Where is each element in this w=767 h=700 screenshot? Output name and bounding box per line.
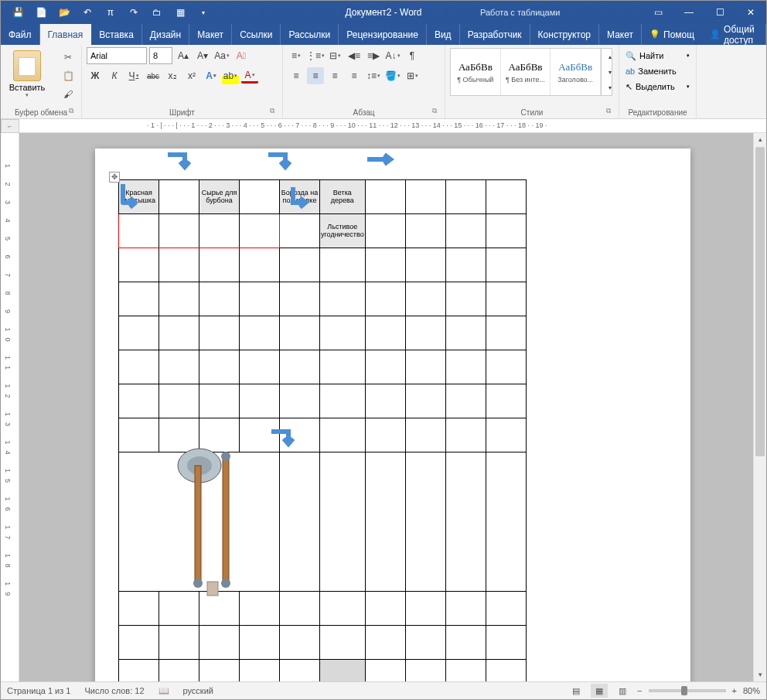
cell[interactable] bbox=[445, 660, 486, 682]
cell[interactable] bbox=[365, 452, 405, 592]
read-mode-button[interactable]: ▤ bbox=[568, 684, 585, 698]
cell[interactable] bbox=[445, 626, 486, 660]
cell[interactable] bbox=[486, 214, 526, 248]
copy-button[interactable]: 📋 bbox=[60, 68, 77, 84]
cell-hint[interactable]: Ветка дерева bbox=[320, 180, 366, 214]
zoom-level[interactable]: 80% bbox=[743, 686, 760, 695]
cell[interactable] bbox=[199, 248, 240, 282]
cell[interactable] bbox=[320, 350, 366, 384]
cell[interactable] bbox=[365, 214, 405, 248]
cell[interactable] bbox=[240, 660, 280, 682]
paste-button[interactable]: Вставить ▾ bbox=[5, 47, 49, 98]
tab-references[interactable]: Ссылки bbox=[232, 24, 281, 45]
tab-layout[interactable]: Макет bbox=[189, 24, 232, 45]
cell[interactable] bbox=[365, 316, 405, 350]
shading-button[interactable]: 🪣 bbox=[384, 67, 401, 84]
align-center-button[interactable]: ≡ bbox=[307, 67, 324, 84]
cell[interactable] bbox=[445, 180, 486, 214]
cell[interactable] bbox=[159, 350, 199, 384]
page-indicator[interactable]: Страница 1 из 1 bbox=[7, 686, 70, 695]
style-gallery[interactable]: АаБбВв ¶ Обычный АаБбВв ¶ Без инте... Аа… bbox=[450, 48, 612, 96]
style-normal[interactable]: АаБбВв ¶ Обычный bbox=[451, 49, 501, 95]
ruler-vertical[interactable]: 1 2 3 4 5 6 7 8 9 10 11 12 13 14 15 16 1… bbox=[1, 133, 19, 681]
para-launcher[interactable]: ⧉ bbox=[432, 107, 441, 116]
cell[interactable] bbox=[159, 626, 199, 660]
indent-button[interactable]: ≡▶ bbox=[365, 47, 382, 64]
change-case-button[interactable]: Aa bbox=[213, 47, 230, 64]
cell[interactable] bbox=[486, 626, 526, 660]
tab-share[interactable]: Общий доступ bbox=[702, 24, 766, 45]
cell[interactable] bbox=[119, 214, 159, 248]
cell[interactable] bbox=[159, 214, 199, 248]
cell[interactable] bbox=[280, 452, 320, 592]
cell[interactable] bbox=[159, 660, 199, 682]
tab-mailings[interactable]: Рассылки bbox=[281, 24, 339, 45]
ribbon-options-button[interactable]: ▭ bbox=[643, 1, 673, 24]
undo-button[interactable]: ↶ bbox=[77, 3, 98, 22]
cell[interactable] bbox=[199, 350, 240, 384]
cell[interactable] bbox=[405, 592, 445, 626]
tab-developer[interactable]: Разработчик bbox=[460, 24, 530, 45]
cell[interactable] bbox=[280, 626, 320, 660]
cell[interactable] bbox=[365, 384, 405, 418]
superscript-button[interactable]: x² bbox=[183, 67, 200, 84]
cell[interactable] bbox=[405, 180, 445, 214]
bullets-button[interactable]: ≡ bbox=[288, 47, 305, 64]
qat-more-button[interactable]: ▾ bbox=[193, 3, 214, 22]
cell[interactable] bbox=[280, 282, 320, 316]
cell[interactable] bbox=[240, 350, 280, 384]
cell[interactable] bbox=[199, 384, 240, 418]
bold-button[interactable]: Ж bbox=[87, 67, 104, 84]
word-count[interactable]: Число слов: 12 bbox=[84, 686, 144, 695]
align-right-button[interactable]: ≡ bbox=[326, 67, 343, 84]
format-painter-button[interactable]: 🖌 bbox=[60, 87, 77, 102]
cell[interactable] bbox=[280, 316, 320, 350]
web-layout-button[interactable]: ▥ bbox=[614, 684, 631, 698]
cell[interactable] bbox=[280, 660, 320, 682]
cell[interactable] bbox=[405, 418, 445, 452]
close-button[interactable]: ✕ bbox=[735, 1, 766, 24]
save-button[interactable]: 💾 bbox=[7, 3, 29, 22]
cell[interactable] bbox=[486, 418, 526, 452]
strike-button[interactable]: abc bbox=[145, 67, 162, 84]
line-spacing-button[interactable]: ↕≡ bbox=[365, 67, 382, 84]
cell[interactable] bbox=[405, 384, 445, 418]
tab-design[interactable]: Дизайн bbox=[142, 24, 189, 45]
tab-review[interactable]: Рецензирование bbox=[339, 24, 427, 45]
cell[interactable] bbox=[199, 214, 240, 248]
cell[interactable] bbox=[445, 452, 486, 592]
styles-down[interactable]: ▾ bbox=[602, 64, 619, 80]
underline-button[interactable]: Ч bbox=[125, 67, 142, 84]
tab-table-layout[interactable]: Макет bbox=[599, 24, 642, 45]
cell-selected[interactable] bbox=[320, 660, 366, 682]
cell[interactable] bbox=[199, 660, 240, 682]
cell-hint[interactable]: Борозда на полировке bbox=[280, 180, 320, 214]
tab-view[interactable]: Вид bbox=[427, 24, 460, 45]
ruler-horizontal[interactable]: · 1 · | · · · | · · · 1 · · · 2 · · · 3 … bbox=[19, 119, 766, 133]
cell[interactable] bbox=[405, 626, 445, 660]
table-move-handle[interactable]: ✥ bbox=[109, 172, 120, 183]
cell[interactable] bbox=[486, 592, 526, 626]
cell[interactable] bbox=[486, 384, 526, 418]
cell[interactable] bbox=[405, 214, 445, 248]
cell[interactable] bbox=[280, 592, 320, 626]
cell[interactable] bbox=[159, 248, 199, 282]
cell[interactable] bbox=[445, 384, 486, 418]
cell[interactable] bbox=[445, 248, 486, 282]
cell[interactable] bbox=[119, 384, 159, 418]
formula-button[interactable]: π bbox=[100, 3, 121, 22]
scrollbar-vertical[interactable]: ▴ ▾ bbox=[753, 133, 766, 681]
cell[interactable] bbox=[320, 452, 366, 592]
minimize-button[interactable]: — bbox=[673, 1, 704, 24]
cell[interactable] bbox=[240, 282, 280, 316]
cell[interactable] bbox=[119, 282, 159, 316]
folder-button[interactable]: 🗀 bbox=[146, 3, 168, 22]
scroll-thumb[interactable] bbox=[755, 147, 765, 456]
cell[interactable] bbox=[486, 452, 526, 592]
cell[interactable] bbox=[486, 316, 526, 350]
numbering-button[interactable]: ⋮≡ bbox=[307, 47, 324, 64]
cell[interactable] bbox=[280, 214, 320, 248]
cell[interactable] bbox=[365, 660, 405, 682]
redo-button[interactable]: ↷ bbox=[123, 3, 145, 22]
tab-help[interactable]: Помощ bbox=[642, 24, 702, 45]
